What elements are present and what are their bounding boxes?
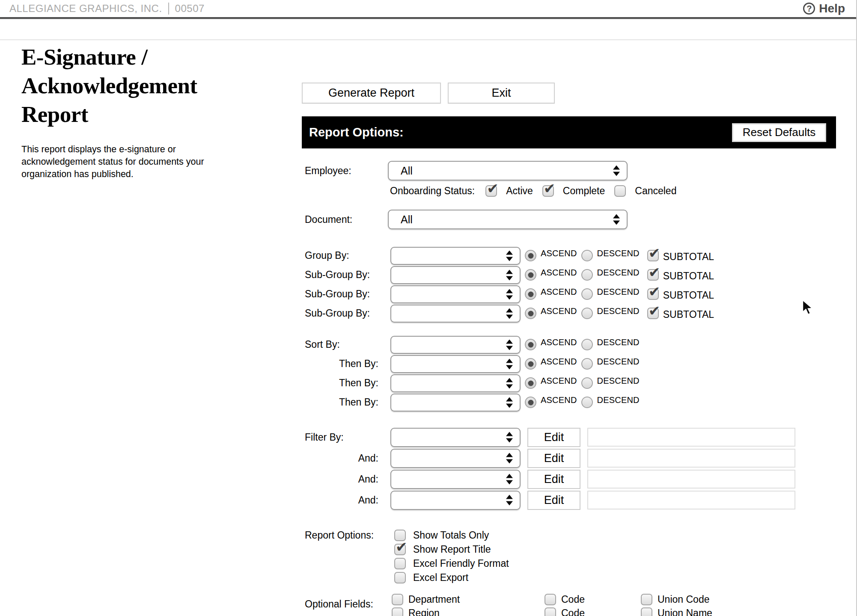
subtotal-checkbox[interactable] [647, 250, 659, 261]
department-checkbox[interactable] [392, 594, 403, 605]
subtotal-checkbox[interactable] [647, 308, 659, 319]
employee-select[interactable]: All [388, 161, 628, 181]
group-by-select[interactable] [390, 247, 521, 265]
onboarding-complete-checkbox[interactable] [542, 185, 554, 197]
onboarding-canceled-label: Canceled [635, 185, 676, 197]
union-name-checkbox[interactable] [641, 607, 652, 616]
report-options-title: Report Options: [309, 125, 404, 139]
region-checkbox[interactable] [392, 607, 403, 616]
edit-filter-button[interactable]: Edit [527, 449, 580, 468]
filter-criteria-input[interactable] [587, 491, 795, 509]
org-identifier: ALLEGIANCE GRAPHICS, INC. 00507 [9, 3, 205, 15]
excel-friendly-format-checkbox[interactable] [394, 558, 406, 569]
onboarding-active-checkbox[interactable] [485, 185, 497, 197]
union-code-label: Union Code [658, 594, 709, 605]
report-description: This report displays the e-signature or … [21, 143, 206, 181]
ascend-radio[interactable] [525, 269, 536, 281]
page-title-line: E-Signature / [21, 43, 227, 71]
descend-radio[interactable] [581, 269, 593, 281]
subtotal-checkbox[interactable] [647, 269, 659, 281]
filter-and-row: And: Edit [302, 448, 841, 468]
union-code-checkbox[interactable] [641, 594, 652, 605]
edit-filter-button[interactable]: Edit [527, 491, 580, 510]
filter-and-select[interactable] [390, 449, 521, 468]
subtotal-checkbox[interactable] [647, 288, 659, 300]
sort-by-select[interactable] [390, 336, 521, 354]
reset-defaults-button[interactable]: Reset Defaults [732, 123, 826, 142]
excel-friendly-format-row: Excel Friendly Format [394, 557, 509, 571]
edit-filter-button[interactable]: Edit [527, 470, 580, 489]
exit-button[interactable]: Exit [448, 83, 555, 104]
sub-group-by-label: Sub-Group By: [302, 308, 388, 319]
filter-by-select[interactable] [390, 428, 521, 447]
show-report-title-checkbox[interactable] [394, 544, 406, 555]
help-icon: ? [803, 3, 815, 15]
sort-by-label: Sort By: [302, 339, 388, 350]
code-checkbox[interactable] [545, 594, 556, 605]
onboarding-canceled-checkbox[interactable] [614, 185, 626, 197]
filter-section: Filter By: Edit And: Edit And: Edit And: [302, 427, 841, 510]
sub-group-by-select[interactable] [390, 305, 521, 323]
select-stepper-arrows-icon [506, 474, 513, 485]
sub-group-by-select[interactable] [390, 285, 521, 303]
sub-group-by-select[interactable] [390, 266, 521, 284]
select-stepper-arrows-icon [506, 453, 513, 464]
show-totals-only-row: Show Totals Only [394, 528, 509, 542]
filter-criteria-input[interactable] [587, 470, 795, 489]
select-stepper-arrows-icon [506, 270, 513, 280]
select-stepper-arrows-icon [613, 166, 620, 176]
subtotal-label: SUBTOTAL [663, 309, 714, 320]
ascend-radio[interactable] [525, 358, 536, 370]
optional-fields-section: Optional Fields: Department Code Union C… [302, 592, 841, 616]
edit-filter-button[interactable]: Edit [527, 428, 580, 447]
select-stepper-arrows-icon [506, 289, 513, 299]
filter-and-row: And: Edit [302, 469, 841, 489]
sub-group-by-row: Sub-Group By: ASCEND DESCEND SUBTOTAL [302, 284, 841, 304]
filter-and-row: And: Edit [302, 490, 841, 510]
filter-and-select[interactable] [390, 470, 521, 489]
employee-label: Employee: [302, 165, 388, 177]
filter-criteria-input[interactable] [587, 449, 795, 468]
then-by-select[interactable] [390, 355, 521, 373]
header-strip [0, 19, 856, 40]
filter-and-label: And: [302, 474, 388, 485]
document-select[interactable]: All [388, 210, 628, 229]
descend-radio[interactable] [581, 308, 593, 319]
then-by-label: Then By: [302, 377, 388, 389]
code-checkbox[interactable] [545, 607, 556, 616]
company-name: ALLEGIANCE GRAPHICS, INC. [9, 3, 162, 15]
onboarding-active-label: Active [506, 185, 533, 197]
code-label: Code [561, 607, 585, 616]
report-options-form: Generate Report Exit Report Options: Res… [302, 83, 841, 616]
page-title: E-Signature / Acknowledgement Report [21, 43, 227, 129]
descend-radio[interactable] [581, 377, 593, 389]
descend-label: DESCEND [597, 306, 640, 316]
then-by-select[interactable] [390, 374, 521, 392]
descend-radio[interactable] [581, 288, 593, 300]
filter-and-select[interactable] [390, 491, 521, 510]
filter-criteria-input[interactable] [587, 428, 795, 447]
descend-radio[interactable] [581, 358, 593, 370]
descend-radio[interactable] [581, 250, 593, 261]
report-setup-page: ALLEGIANCE GRAPHICS, INC. 00507 ? Help E… [0, 0, 857, 616]
generate-report-button[interactable]: Generate Report [302, 83, 441, 104]
ascend-radio[interactable] [525, 288, 536, 300]
subtotal-label: SUBTOTAL [663, 270, 714, 282]
ascend-radio[interactable] [525, 339, 536, 350]
ascend-label: ASCEND [541, 287, 577, 297]
help-button[interactable]: ? Help [803, 2, 845, 15]
employee-select-value: All [401, 165, 413, 177]
descend-radio[interactable] [581, 397, 593, 408]
code-field: Code [545, 592, 641, 606]
ascend-radio[interactable] [525, 377, 536, 389]
ascend-label: ASCEND [541, 268, 577, 278]
descend-radio[interactable] [581, 339, 593, 350]
sub-group-by-row: Sub-Group By: ASCEND DESCEND SUBTOTAL [302, 304, 841, 323]
code-field: Code [545, 606, 641, 616]
optional-fields-label: Optional Fields: [302, 592, 392, 610]
ascend-radio[interactable] [525, 397, 536, 408]
excel-export-checkbox[interactable] [394, 572, 406, 583]
then-by-select[interactable] [390, 394, 521, 412]
ascend-radio[interactable] [525, 308, 536, 319]
ascend-radio[interactable] [525, 250, 536, 261]
